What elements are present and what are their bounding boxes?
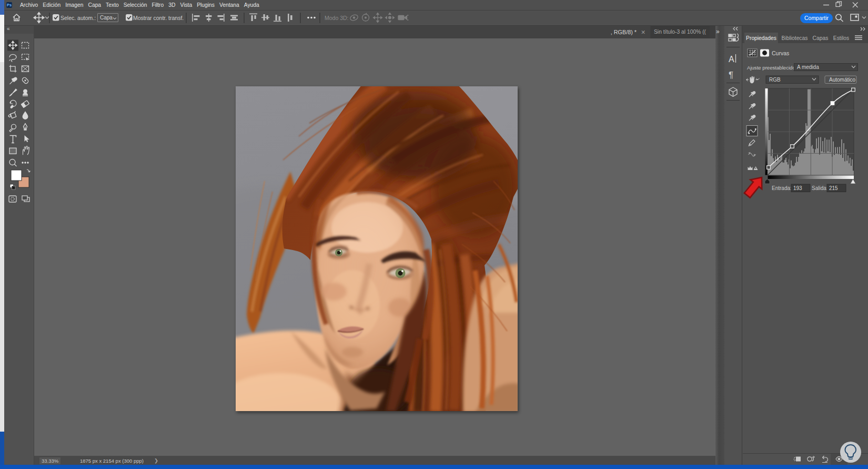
svg-text:Automático: Automático <box>829 77 855 83</box>
svg-text:Entrada:: Entrada: <box>772 185 792 191</box>
svg-text:¶: ¶ <box>729 70 733 80</box>
svg-text:RGB: RGB <box>769 77 781 83</box>
svg-text:Ajuste preestablecido:: Ajuste preestablecido: <box>747 65 796 71</box>
svg-text:Salida:: Salida: <box>812 185 828 191</box>
svg-text:A medida: A medida <box>797 64 819 70</box>
svg-text:Curvas: Curvas <box>772 50 789 56</box>
svg-text:193: 193 <box>793 185 802 191</box>
svg-text:215: 215 <box>829 185 838 191</box>
svg-text:A: A <box>729 55 734 64</box>
